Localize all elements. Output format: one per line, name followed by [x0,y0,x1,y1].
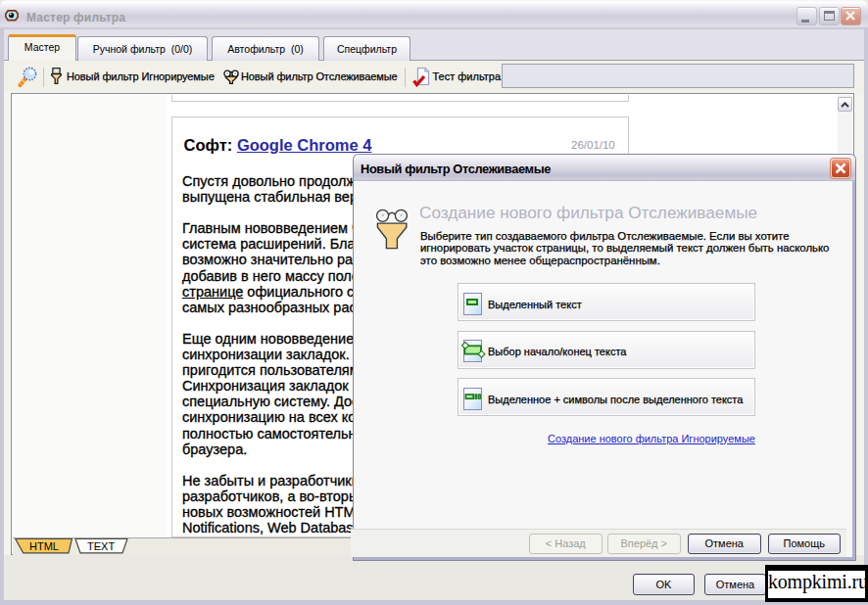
svg-text:TEXT: TEXT [87,540,115,552]
svg-text:HTML: HTML [29,540,59,552]
